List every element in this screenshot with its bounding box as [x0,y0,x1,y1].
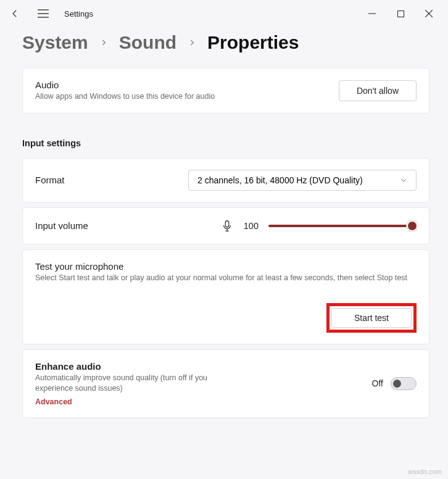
enhance-audio-card: Enhance audio Automatically improve soun… [22,349,429,418]
start-test-highlight: Start test [326,303,417,333]
slider-track [268,225,417,227]
dont-allow-button[interactable]: Don't allow [339,80,417,101]
format-select[interactable]: 2 channels, 16 bit, 48000 Hz (DVD Qualit… [188,170,417,191]
toggle-knob [393,380,401,388]
breadcrumb-system[interactable]: System [22,32,88,53]
breadcrumb: System Sound Properties [22,32,429,53]
maximize-icon [397,10,404,17]
enhance-desc: Automatically improve sound quality (tur… [35,373,245,394]
test-button-row: Start test [35,303,417,333]
format-value: 2 channels, 16 bit, 48000 Hz (DVD Qualit… [197,175,363,185]
toggle-label: Off [372,378,383,388]
watermark: wsxdn.com [408,468,442,475]
close-icon [425,10,433,17]
test-title: Test your microphone [35,261,407,272]
audio-card-text: Audio Allow apps and Windows to use this… [35,80,339,102]
advanced-link[interactable]: Advanced [35,398,372,406]
breadcrumb-sound[interactable]: Sound [119,32,176,53]
enhance-title: Enhance audio [35,361,372,372]
arrow-left-icon [9,8,20,19]
svg-rect-4 [397,10,404,17]
hamburger-icon [38,9,49,18]
volume-value: 100 [244,221,259,231]
test-text: Test your microphone Select Start test a… [35,261,407,283]
volume-controls: 100 [220,219,417,233]
close-button[interactable] [415,4,443,23]
menu-button[interactable] [36,6,51,21]
titlebar-left: Settings [7,6,93,21]
format-label: Format [35,175,65,185]
volume-slider[interactable] [268,220,417,232]
back-button[interactable] [7,6,22,21]
chevron-right-icon [188,38,196,47]
window-controls [358,4,443,23]
microphone-icon [220,219,234,233]
input-volume-label: Input volume [35,220,88,231]
test-microphone-card: Test your microphone Select Start test a… [22,249,429,344]
audio-title: Audio [35,80,339,90]
input-volume-card: Input volume 100 [22,207,429,244]
audio-desc: Allow apps and Windows to use this devic… [35,91,339,102]
test-desc: Select Start test and talk or play audio… [35,273,407,283]
minimize-icon [368,10,376,17]
format-card: Format 2 channels, 16 bit, 48000 Hz (DVD… [22,158,429,202]
minimize-button[interactable] [358,4,386,23]
section-input-settings: Input settings [22,138,429,148]
enhance-toggle[interactable] [391,377,417,390]
slider-thumb[interactable] [407,220,418,231]
titlebar: Settings [0,0,448,27]
enhance-text: Enhance audio Automatically improve soun… [35,361,372,406]
maximize-button[interactable] [386,4,415,23]
breadcrumb-properties: Properties [207,32,299,53]
enhance-toggle-wrap: Off [372,377,417,390]
chevron-right-icon [99,38,108,47]
start-test-button[interactable]: Start test [331,308,412,328]
chevron-down-icon [400,177,407,184]
app-title: Settings [64,9,93,19]
page-content: System Sound Properties Audio Allow apps… [0,32,448,430]
audio-card: Audio Allow apps and Windows to use this… [22,68,429,114]
svg-rect-7 [225,221,229,227]
